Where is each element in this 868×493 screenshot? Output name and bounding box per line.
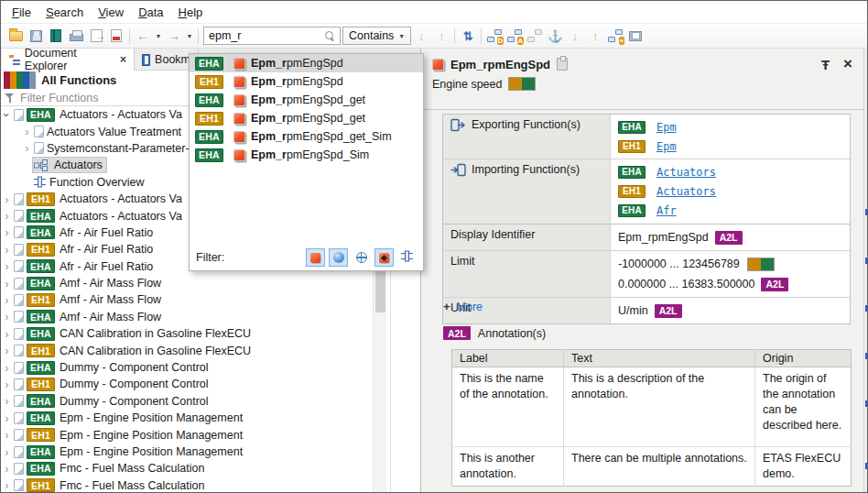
result-name: Epm_rpmEngSpd_get bbox=[251, 112, 365, 125]
menu-data[interactable]: Data bbox=[131, 3, 170, 22]
linked-gray-icon[interactable] bbox=[525, 26, 545, 46]
function-link[interactable]: Actuators bbox=[656, 185, 716, 198]
chevron-icon[interactable]: › bbox=[1, 394, 13, 408]
chevron-icon[interactable]: › bbox=[1, 445, 13, 459]
print-icon[interactable] bbox=[66, 26, 86, 46]
measurement-icon bbox=[432, 59, 444, 71]
chevron-icon[interactable]: › bbox=[1, 378, 13, 391]
chevron-icon[interactable]: › bbox=[1, 259, 13, 273]
find-next-icon[interactable]: ↓ bbox=[411, 26, 431, 46]
search-result-row[interactable]: EHAEpm_rpmEngSpd_Sim bbox=[190, 146, 423, 164]
more-link[interactable]: + More bbox=[443, 300, 483, 313]
chevron-icon[interactable]: › bbox=[1, 327, 13, 341]
open-folder-icon[interactable] bbox=[5, 26, 26, 46]
back-dropdown-icon[interactable]: ▼ bbox=[153, 26, 164, 46]
export-document-icon[interactable] bbox=[86, 26, 106, 46]
tree-row[interactable]: ›EH1Fmc - Fuel Mass Calculation bbox=[1, 477, 373, 493]
tree-row[interactable]: ›EHACAN Calibration in Gasoline FlexECU bbox=[1, 325, 373, 342]
expand-all-icon[interactable]: ⇅ bbox=[458, 26, 478, 46]
tree-row[interactable]: ›EHAAmf - Air Mass Flow bbox=[1, 275, 373, 291]
menu-help[interactable]: Help bbox=[171, 3, 211, 22]
result-name: Epm_rpmEngSpd_get bbox=[251, 93, 365, 106]
tree-row[interactable]: ›EH1Amf - Air Mass Flow bbox=[1, 291, 373, 308]
chevron-icon[interactable]: › bbox=[1, 310, 13, 323]
chevron-icon[interactable]: › bbox=[1, 109, 14, 121]
document-icon bbox=[14, 109, 24, 121]
tree-row[interactable]: ›EH1CAN Calibration in Gasoline FlexECU bbox=[1, 342, 373, 358]
filter-local-measurements-button[interactable] bbox=[374, 248, 394, 267]
tree-row[interactable]: ›EHAFmc - Fuel Mass Calculation bbox=[1, 460, 373, 477]
find-previous-icon[interactable]: ↑ bbox=[431, 26, 451, 46]
selected-tree-item[interactable]: Actuators bbox=[33, 158, 106, 172]
move-down-icon[interactable]: ↓ bbox=[565, 26, 585, 46]
forward-dropdown-icon[interactable]: ▼ bbox=[184, 26, 195, 46]
filter-globals-button[interactable] bbox=[352, 248, 371, 267]
chevron-icon[interactable]: › bbox=[21, 125, 33, 138]
search-input[interactable]: epm_r bbox=[203, 27, 341, 45]
tree-row[interactable]: ›EHADummy - Component Control bbox=[1, 359, 373, 376]
tree-row[interactable]: ›EHAEpm - Engine Position Management bbox=[1, 410, 373, 426]
close-icon[interactable]: × bbox=[843, 55, 852, 73]
function-link[interactable]: Epm bbox=[656, 121, 677, 134]
new-window-icon[interactable] bbox=[625, 26, 646, 46]
filter-functions-button[interactable] bbox=[397, 248, 417, 267]
anchor-gray-icon[interactable]: ⚓ bbox=[545, 26, 565, 46]
chevron-icon[interactable]: › bbox=[1, 209, 13, 223]
tree-row[interactable]: ›EH1Epm - Engine Position Management bbox=[1, 426, 373, 443]
clipboard-icon[interactable] bbox=[557, 58, 568, 71]
pdf-document-icon[interactable] bbox=[106, 26, 126, 46]
filter-characteristics-button[interactable] bbox=[329, 248, 348, 267]
tree-row-label: Afr - Air Fuel Ratio bbox=[60, 260, 153, 273]
annotation-column-header: Text bbox=[564, 350, 755, 367]
move-up-icon[interactable]: ↑ bbox=[585, 26, 605, 46]
open-definition-icon[interactable]: D bbox=[484, 26, 505, 46]
chevron-icon[interactable]: › bbox=[1, 411, 13, 425]
tree-row[interactable]: ›EHADummy - Component Control bbox=[1, 393, 373, 410]
tree-row[interactable]: ›EH1Dummy - Component Control bbox=[1, 376, 373, 392]
forward-icon[interactable]: → bbox=[164, 26, 184, 46]
chevron-icon[interactable]: › bbox=[21, 141, 33, 155]
search-result-row[interactable]: EH1Epm_rpmEngSpd bbox=[190, 72, 423, 91]
target-badge: EHA bbox=[195, 57, 223, 71]
menu-search[interactable]: Search bbox=[38, 3, 91, 22]
menu-view[interactable]: View bbox=[91, 3, 131, 22]
menu-file[interactable]: File bbox=[5, 3, 38, 22]
library-book-icon[interactable] bbox=[46, 26, 66, 46]
annotation-ruler[interactable] bbox=[863, 49, 868, 493]
red-square-diamond-icon bbox=[379, 253, 389, 263]
tree-row[interactable]: ›EHAAmf - Air Mass Flow bbox=[1, 309, 373, 325]
contains-dropdown[interactable]: Contains ▼ bbox=[342, 27, 411, 45]
chevron-icon[interactable]: › bbox=[1, 462, 13, 476]
search-result-row[interactable]: EHAEpm_rpmEngSpd_get_Sim bbox=[190, 127, 423, 146]
chevron-icon[interactable]: › bbox=[1, 293, 13, 307]
close-tab-icon[interactable]: × bbox=[120, 53, 126, 66]
function-link[interactable]: Afr bbox=[656, 204, 677, 217]
pin-icon[interactable]: Ŧ bbox=[821, 57, 830, 72]
tab-document-explorer[interactable]: Document Explorer × bbox=[2, 49, 135, 71]
chevron-icon[interactable]: › bbox=[1, 243, 13, 257]
function-overview-icon bbox=[33, 176, 47, 188]
chevron-icon[interactable]: › bbox=[1, 361, 13, 375]
filter-measurements-button[interactable] bbox=[306, 248, 325, 267]
chevron-icon[interactable]: › bbox=[1, 344, 13, 357]
result-name: Epm_rpmEngSpd bbox=[251, 57, 343, 70]
target-badge: EH1 bbox=[27, 478, 55, 492]
chevron-icon[interactable]: › bbox=[1, 277, 13, 290]
tree-row-label: CAN Calibration in Gasoline FlexECU bbox=[60, 327, 251, 340]
open-declaration-icon[interactable]: A bbox=[505, 26, 525, 46]
tree-row[interactable]: ›EHAEpm - Engine Position Management bbox=[1, 444, 373, 460]
search-result-row[interactable]: EH1Epm_rpmEngSpd_get bbox=[190, 109, 423, 127]
function-link[interactable]: Epm bbox=[656, 140, 677, 153]
function-link[interactable]: Actuators bbox=[656, 166, 716, 179]
chevron-icon[interactable]: › bbox=[1, 225, 13, 239]
chevron-icon[interactable]: › bbox=[1, 428, 13, 442]
chevron-icon[interactable]: › bbox=[1, 478, 13, 492]
back-icon[interactable]: ← bbox=[133, 26, 153, 46]
detail-subtitle: Engine speed bbox=[432, 78, 502, 91]
document-icon bbox=[14, 362, 24, 374]
chevron-icon[interactable]: › bbox=[1, 192, 13, 206]
save-icon[interactable] bbox=[26, 26, 46, 46]
search-result-row[interactable]: EHAEpm_rpmEngSpd bbox=[190, 54, 423, 72]
search-result-row[interactable]: EHAEpm_rpmEngSpd_get bbox=[190, 91, 423, 109]
related-items-icon[interactable]: « bbox=[605, 26, 625, 46]
